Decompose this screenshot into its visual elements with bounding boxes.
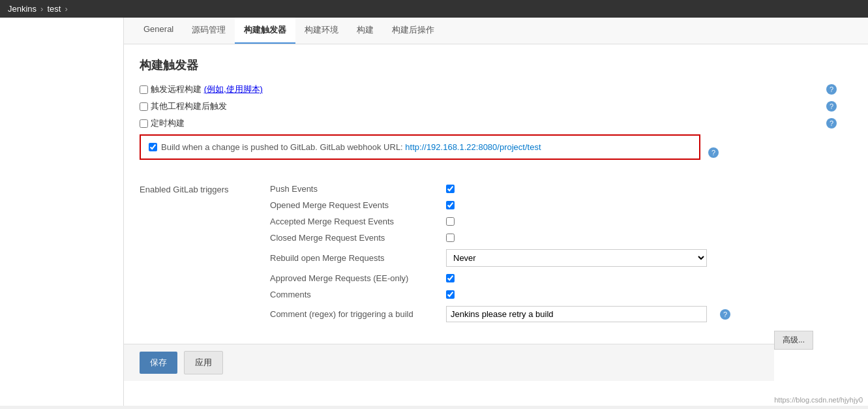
- gitlab-build-row: Build when a change is pushed to GitLab.…: [140, 134, 700, 160]
- checkbox-timed-label: 定时构建: [151, 117, 185, 129]
- checkbox-remote-trigger[interactable]: [140, 85, 148, 94]
- watermark: https://blog.csdn.net/hjyhjy0: [774, 396, 863, 404]
- checkbox-timed-trigger[interactable]: [140, 119, 148, 128]
- checkbox-row-timed: 定时构建 ?: [140, 117, 852, 129]
- tab-build[interactable]: 构建: [348, 18, 383, 44]
- gitlab-build-label: Build when a change is pushed to GitLab.…: [161, 142, 541, 152]
- tab-build-trigger[interactable]: 构建触发器: [235, 18, 295, 44]
- trigger-row-accepted-mr: Accepted Merge Request Events: [270, 213, 852, 230]
- tab-general[interactable]: General: [134, 18, 183, 44]
- tab-build-env[interactable]: 构建环境: [295, 18, 348, 44]
- remote-link[interactable]: (例如,使用脚本): [204, 84, 263, 94]
- help-icon-other[interactable]: ?: [826, 101, 837, 112]
- checkbox-push-events[interactable]: [446, 185, 455, 193]
- apply-button[interactable]: 应用: [184, 351, 223, 374]
- help-icon-timed[interactable]: ?: [826, 118, 837, 129]
- checkbox-remote-label: 触发远程构建 (例如,使用脚本): [151, 83, 263, 95]
- sidebar: [0, 18, 124, 406]
- topbar-chevron2: ›: [65, 4, 67, 14]
- checkbox-row-other: 其他工程构建后触发 ?: [140, 100, 852, 112]
- comment-regex-input[interactable]: [446, 306, 707, 322]
- help-icon-gitlab[interactable]: ?: [708, 147, 719, 158]
- checkbox-approved[interactable]: [446, 274, 455, 282]
- page-content: 构建触发器 触发远程构建 (例如,使用脚本) ? 其他工程构建后触发 ? 定时构…: [124, 44, 868, 344]
- checkbox-closed-mr[interactable]: [446, 234, 455, 242]
- checkbox-other-label: 其他工程构建后触发: [151, 100, 227, 112]
- triggers-content: Push Events Opened Merge Request Events …: [270, 181, 852, 326]
- checkbox-comments[interactable]: [446, 290, 455, 299]
- topbar-chevron1: ›: [40, 4, 43, 14]
- gitlab-webhook-url[interactable]: http://192.168.1.22:8080/project/test: [405, 142, 541, 152]
- content-area: General 源码管理 构建触发器 构建环境 构建 构建后操作 构建触发器 触…: [124, 18, 868, 406]
- comment-regex-label: Comment (regex) for triggering a build: [270, 309, 440, 319]
- section-title: 构建触发器: [140, 57, 852, 73]
- accepted-mr-label: Accepted Merge Request Events: [270, 217, 440, 226]
- comment-regex-row: Comment (regex) for triggering a build ?: [270, 303, 852, 326]
- tabs-bar: General 源码管理 构建触发器 构建环境 构建 构建后操作: [124, 18, 868, 44]
- topbar: Jenkins › test ›: [0, 0, 868, 18]
- triggers-section-label: Enabled GitLab triggers: [140, 181, 270, 194]
- trigger-row-comments: Comments: [270, 286, 852, 303]
- rebuild-row: Rebuild open Merge Requests Never On pus…: [270, 246, 852, 270]
- advanced-button[interactable]: 高级...: [774, 331, 813, 350]
- triggers-section: Enabled GitLab triggers Push Events Open…: [140, 181, 852, 326]
- closed-mr-label: Closed Merge Request Events: [270, 233, 440, 243]
- push-events-label: Push Events: [270, 184, 440, 194]
- tab-source[interactable]: 源码管理: [183, 18, 235, 44]
- help-icon-comment-regex[interactable]: ?: [720, 309, 730, 320]
- checkbox-accepted-mr[interactable]: [446, 217, 455, 226]
- rebuild-label: Rebuild open Merge Requests: [270, 253, 440, 263]
- rebuild-select[interactable]: Never On push Every push: [446, 249, 707, 267]
- comments-label: Comments: [270, 290, 440, 299]
- main-container: General 源码管理 构建触发器 构建环境 构建 构建后操作 构建触发器 触…: [0, 18, 868, 406]
- footer-bar: 保存 应用: [124, 344, 774, 381]
- trigger-row-closed-mr: Closed Merge Request Events: [270, 230, 852, 246]
- checkbox-opened-mr[interactable]: [446, 201, 455, 209]
- approved-label: Approved Merge Requests (EE-only): [270, 273, 440, 283]
- checkbox-row-remote: 触发远程构建 (例如,使用脚本) ?: [140, 83, 852, 95]
- topbar-test-link[interactable]: test: [47, 4, 61, 14]
- topbar-jenkins-link[interactable]: Jenkins: [8, 4, 37, 14]
- trigger-row-approved: Approved Merge Requests (EE-only): [270, 270, 852, 286]
- tab-post-build[interactable]: 构建后操作: [383, 18, 443, 44]
- help-icon-remote[interactable]: ?: [826, 84, 837, 95]
- trigger-row-opened-mr: Opened Merge Request Events: [270, 197, 852, 213]
- opened-mr-label: Opened Merge Request Events: [270, 200, 440, 210]
- trigger-row-push: Push Events: [270, 181, 852, 197]
- checkbox-other-trigger[interactable]: [140, 102, 148, 111]
- checkbox-gitlab[interactable]: [149, 143, 157, 151]
- save-button[interactable]: 保存: [140, 352, 177, 374]
